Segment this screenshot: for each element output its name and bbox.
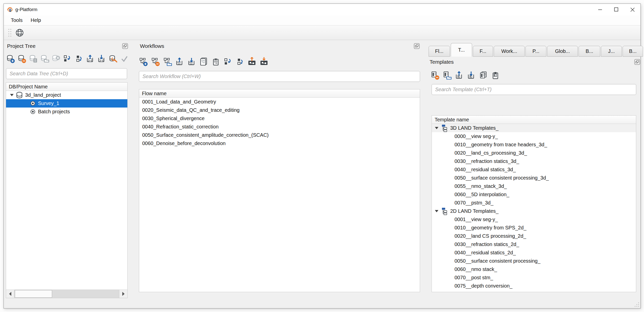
template-group-row[interactable]: 2D LAND Templates_ <box>432 207 636 215</box>
template-row[interactable]: 0060__5D interpolation_ <box>432 190 636 199</box>
open-template-button[interactable] <box>442 70 452 80</box>
template-row[interactable]: 0040__residual statics_3d_ <box>432 165 636 174</box>
scrollbar-track[interactable] <box>14 290 119 298</box>
template-row[interactable]: 0050__surface consistent processing_3d_ <box>432 174 636 182</box>
workflow-column-header[interactable]: Flow name <box>139 89 420 98</box>
tab-b2[interactable]: B... <box>623 46 643 57</box>
resize-grip-icon <box>633 301 639 307</box>
undo-button[interactable] <box>62 53 72 64</box>
workflow-row[interactable]: 0050_Surface_consistent_amplitude_correc… <box>139 131 420 139</box>
template-column-header[interactable]: Template name <box>432 116 636 124</box>
export-template-button[interactable] <box>454 70 464 80</box>
open-database-button[interactable] <box>40 53 49 64</box>
project-tree-column-header[interactable]: DB/Project Name <box>6 83 127 91</box>
template-row[interactable]: 0055__nmo_stack_3d_ <box>432 182 636 190</box>
repair-database-button[interactable] <box>108 53 118 64</box>
remove-database-button[interactable] <box>17 53 26 64</box>
copy-workflow-button[interactable] <box>198 56 209 67</box>
globe-button[interactable] <box>14 27 25 39</box>
tree-row-batch-projects[interactable]: Batch projects <box>6 108 127 116</box>
tab-b1[interactable]: B... <box>579 46 600 57</box>
export-workflow-button[interactable] <box>174 56 184 67</box>
export-database-button[interactable] <box>85 53 95 64</box>
scrollbar-thumb[interactable] <box>15 290 52 298</box>
redo-button[interactable] <box>235 56 245 67</box>
project-tree-search-input[interactable] <box>6 68 127 79</box>
copy-template-button[interactable] <box>478 70 488 80</box>
database-properties-button[interactable] <box>28 53 38 64</box>
open-workflow-button[interactable] <box>162 56 172 67</box>
template-row[interactable]: 0050__surface consistent processing_ <box>432 257 636 265</box>
tab-work[interactable]: Work... <box>494 46 525 57</box>
batch-radio-icon <box>30 109 35 114</box>
database-icon <box>16 92 23 98</box>
import-workflow-archive-button[interactable] <box>259 56 269 67</box>
workflow-row[interactable]: 0020_Seismic_data_QC_and_trace_editing <box>139 106 420 114</box>
toolbar-drag-handle[interactable] <box>7 28 11 38</box>
remove-workflow-button[interactable] <box>150 56 160 67</box>
tab-fl[interactable]: Fl... <box>429 46 450 57</box>
import-workflow-button[interactable] <box>186 56 197 67</box>
workflow-row[interactable]: 0040_Refraction_static_correction <box>139 123 420 131</box>
window-controls <box>592 4 640 15</box>
template-row[interactable]: 0075__depth conversion_ <box>432 282 636 290</box>
expander-icon[interactable] <box>10 94 14 96</box>
template-row[interactable]: 0080__pstm_imaging_ <box>432 290 636 292</box>
tab-glob[interactable]: Glob... <box>547 46 578 57</box>
template-row[interactable]: 0020__land_cs_processing_3d_ <box>432 149 636 157</box>
workflow-search-input[interactable] <box>139 71 420 82</box>
menu-tools[interactable]: Tools <box>7 16 27 24</box>
template-row[interactable]: 0070__pstm_3d_ <box>432 199 636 207</box>
template-row[interactable]: 0030__refraction statics_3d_ <box>432 157 636 165</box>
project-tree-listbox: DB/Project Name 3d_land_project Survey_1 <box>6 82 128 298</box>
expander-icon[interactable] <box>435 210 438 212</box>
tab-f[interactable]: F... <box>473 46 493 57</box>
template-row[interactable]: 0000__view seg-y_ <box>432 132 636 141</box>
menu-help[interactable]: Help <box>27 16 45 24</box>
undo-button[interactable] <box>222 56 233 67</box>
globe-icon <box>15 28 24 37</box>
workflow-row[interactable]: 0030_Spherical_divergence <box>139 114 420 123</box>
workflow-row[interactable]: 0060_Denoise_before_deconvolution <box>139 139 420 148</box>
template-row[interactable]: 0001__view seg-y_ <box>432 215 636 224</box>
validate-button[interactable] <box>120 53 129 64</box>
close-database-button[interactable] <box>51 53 61 64</box>
window-resize-grip[interactable] <box>633 301 639 307</box>
workflow-row[interactable]: 0001_Load_data_and_Geometry <box>139 98 420 106</box>
template-row[interactable]: 0070__post stm_ <box>432 273 636 282</box>
tab-p[interactable]: P... <box>525 46 546 57</box>
titlebar[interactable]: g g-Platform <box>4 4 640 15</box>
expander-icon[interactable] <box>435 127 438 129</box>
float-panel-icon <box>414 43 420 49</box>
tree-row-survey[interactable]: Survey_1 <box>6 99 127 108</box>
tree-row-root[interactable]: 3d_land_project <box>6 91 127 99</box>
template-row[interactable]: 0060__nmo stack_ <box>432 265 636 273</box>
template-search-input[interactable] <box>432 84 636 95</box>
project-tree-float-button[interactable] <box>122 43 128 49</box>
template-row[interactable]: 0010__geometry from trace headers_3d_ <box>432 141 636 149</box>
maximize-button[interactable] <box>608 4 624 15</box>
template-row[interactable]: 0040__residual statics_2d_ <box>432 249 636 257</box>
close-button[interactable] <box>624 4 640 15</box>
export-workflow-archive-button[interactable] <box>247 56 257 67</box>
minimize-button[interactable] <box>592 4 608 15</box>
import-database-button[interactable] <box>97 53 106 64</box>
paste-workflow-button[interactable] <box>210 56 221 67</box>
redo-button[interactable] <box>74 53 84 64</box>
import-template-button[interactable] <box>466 70 476 80</box>
workflows-float-button[interactable] <box>414 43 420 49</box>
template-row[interactable]: 0010__geometry from SPS_2d_ <box>432 224 636 232</box>
template-row[interactable]: 0030__refraction statics_2d_ <box>432 240 636 249</box>
remove-template-button[interactable] <box>430 70 440 80</box>
tab-j[interactable]: J... <box>601 46 622 57</box>
template-group-row[interactable]: 3D LAND Templates_ <box>432 124 636 132</box>
add-workflow-button[interactable] <box>138 56 148 67</box>
templates-float-button[interactable] <box>634 59 640 65</box>
template-row[interactable]: 0020__land CS processing_2d_ <box>432 232 636 240</box>
add-database-button[interactable] <box>6 53 15 64</box>
tab-templates[interactable]: T... <box>451 43 472 57</box>
horizontal-scrollbar[interactable] <box>6 290 127 298</box>
scroll-left-button[interactable] <box>6 290 14 298</box>
paste-template-button[interactable] <box>490 70 500 80</box>
scroll-right-button[interactable] <box>119 290 127 298</box>
